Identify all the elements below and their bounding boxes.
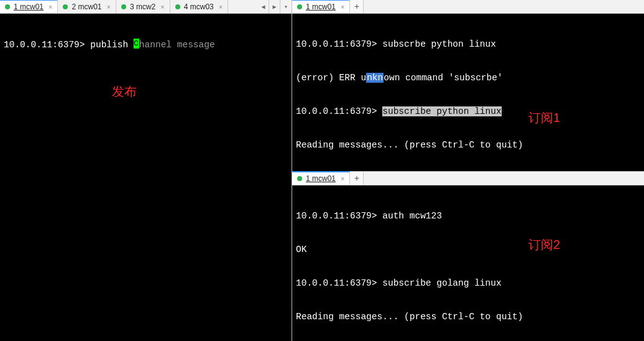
status-dot-icon (5, 4, 10, 9)
close-icon[interactable]: × (341, 3, 344, 11)
close-icon[interactable]: × (160, 3, 164, 11)
tab-label: 4 mcw03 (184, 2, 214, 11)
tab-label: 2 mcw01 (71, 2, 101, 11)
annotation-publish: 发布 (112, 86, 137, 97)
tab-1-mcw01[interactable]: 1 mcw01 × (0, 0, 58, 13)
tab-label: 3 mcw2 (130, 2, 155, 11)
terminal-line: 10.0.0.11:6379> publish channel message (4, 39, 288, 50)
close-icon[interactable]: × (48, 3, 52, 11)
typed-text: publish (90, 40, 134, 50)
tabs-scroll-right-icon[interactable]: ▶ (269, 0, 280, 13)
tab-2-mcw01[interactable]: 2 mcw01 × (58, 0, 116, 13)
right-bottom-pane: 1 mcw01 × + 10.0.0.11:6379> auth mcw123 … (292, 172, 644, 341)
terminal-line: 10.0.0.11:6379> subscribe golang linux (296, 278, 640, 289)
tab-1-mcw01[interactable]: 1 mcw01 × (292, 171, 350, 185)
right-top-terminal[interactable]: 10.0.0.11:6379> subscrbe python linux (e… (292, 14, 644, 171)
left-tabbar: 1 mcw01 × 2 mcw01 × 3 mcw2 × 4 mcw03 × ◀… (0, 0, 292, 14)
right-bottom-terminal[interactable]: 10.0.0.11:6379> auth mcw123 OK 10.0.0.11… (292, 185, 644, 341)
status-dot-icon (121, 4, 126, 9)
tabs-scroll-left-icon[interactable]: ◀ (258, 0, 269, 13)
left-terminal[interactable]: 10.0.0.11:6379> publish channel message … (0, 14, 292, 341)
terminal-line: OK (296, 244, 640, 255)
prompt: 10.0.0.11:6379> (4, 40, 90, 50)
tab-1-mcw01[interactable]: 1 mcw01 × (292, 0, 350, 13)
terminal-line: (error) ERR unknown command 'subscrbe' (296, 72, 640, 83)
new-tab-button[interactable]: + (350, 0, 364, 13)
tab-3-mcw2[interactable]: 3 mcw2 × (116, 0, 170, 13)
terminal-line: 10.0.0.11:6379> subscrbe python linux (296, 39, 640, 50)
tab-4-mcw03[interactable]: 4 mcw03 × (170, 0, 228, 13)
tab-label: 1 mcw01 (306, 2, 336, 11)
right-bottom-tabbar: 1 mcw01 × + (292, 172, 644, 185)
close-icon[interactable]: × (219, 3, 223, 11)
left-pane: 1 mcw01 × 2 mcw01 × 3 mcw2 × 4 mcw03 × ◀… (0, 0, 292, 341)
new-tab-button[interactable]: + (350, 172, 364, 185)
tab-label: 1 mcw01 (14, 2, 44, 11)
tab-label: 1 mcw01 (306, 174, 336, 183)
status-dot-icon (297, 4, 302, 9)
ghost-suggestion: hannel message (139, 40, 215, 50)
cursor-icon: c (134, 39, 139, 49)
close-icon[interactable]: × (341, 175, 344, 182)
right-pane: 1 mcw01 × + 10.0.0.11:6379> subscrbe pyt… (292, 0, 644, 341)
tabs-dropdown-icon[interactable]: ▾ (280, 0, 292, 13)
text-selection: subscribe python linux (382, 106, 501, 116)
terminal-line: Reading messages... (press Ctrl-C to qui… (296, 311, 640, 322)
status-dot-icon (175, 4, 180, 9)
status-dot-icon (63, 4, 68, 9)
right-top-tabbar: 1 mcw01 × + (292, 0, 644, 14)
terminal-line: Reading messages... (press Ctrl-C to qui… (296, 139, 640, 151)
right-top-pane: 1 mcw01 × + 10.0.0.11:6379> subscrbe pyt… (292, 0, 644, 172)
terminal-line: 10.0.0.11:6379> auth mcw123 (296, 210, 640, 222)
ime-selection: nkn (366, 73, 384, 83)
status-dot-icon (297, 176, 302, 181)
terminal-line: 10.0.0.11:6379> subscribe python linux (296, 106, 640, 117)
close-icon[interactable]: × (107, 3, 111, 11)
